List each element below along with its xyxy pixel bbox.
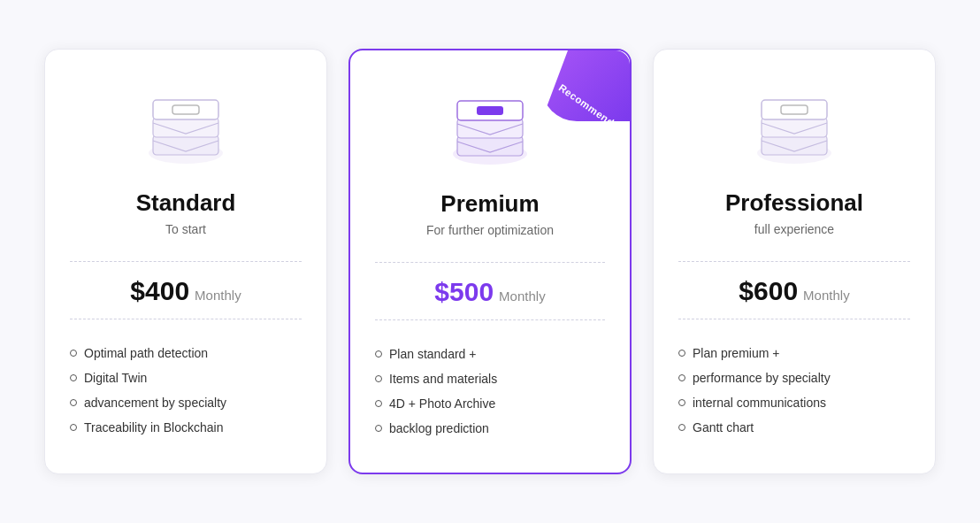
bullet-icon xyxy=(70,374,77,381)
list-item: Items and materials xyxy=(375,366,605,391)
bullet-icon xyxy=(678,424,685,431)
svg-rect-11 xyxy=(762,135,827,155)
list-item: backlog prediction xyxy=(375,416,605,441)
professional-plan-name: Professional xyxy=(725,189,863,217)
list-item: Plan premium + xyxy=(678,341,910,365)
premium-divider-2 xyxy=(375,319,605,320)
svg-rect-2 xyxy=(153,118,218,137)
professional-price-row: $600 Monthly xyxy=(739,276,849,306)
standard-divider-2 xyxy=(70,319,302,319)
premium-plan-desc: For further optimization xyxy=(426,223,554,237)
svg-rect-13 xyxy=(762,100,827,119)
professional-plan-desc: full experience xyxy=(754,222,834,236)
pricing-container: Standard To start $400 Monthly Optimal p… xyxy=(9,22,971,501)
standard-divider-1 xyxy=(70,261,302,262)
bullet-icon xyxy=(70,399,77,406)
bullet-icon xyxy=(678,350,685,357)
premium-price: $500 xyxy=(434,277,494,307)
professional-divider-2 xyxy=(678,319,910,319)
standard-plan-name: Standard xyxy=(136,189,236,217)
list-item: advancement by specialty xyxy=(70,390,302,415)
bullet-icon xyxy=(70,350,77,357)
svg-rect-1 xyxy=(153,135,218,155)
list-item: Optimal path detection xyxy=(70,341,302,365)
list-item: 4D + Photo Archive xyxy=(375,391,605,416)
professional-divider-1 xyxy=(678,261,910,262)
premium-features: Plan standard + Items and materials 4D +… xyxy=(375,342,605,441)
premium-card: Recommended Premium For further optimiza… xyxy=(348,49,632,474)
list-item: Digital Twin xyxy=(70,365,302,390)
standard-card: Standard To start $400 Monthly Optimal p… xyxy=(44,49,327,474)
bullet-icon xyxy=(375,400,382,407)
svg-rect-3 xyxy=(153,100,218,119)
bullet-icon xyxy=(375,375,382,382)
list-item: performance by specialty xyxy=(678,365,910,390)
recommended-label: Recommended xyxy=(557,82,627,135)
svg-rect-9 xyxy=(477,106,503,115)
professional-icon xyxy=(732,78,856,175)
professional-price: $600 xyxy=(739,276,798,306)
bullet-icon xyxy=(70,424,77,431)
premium-price-row: $500 Monthly xyxy=(434,277,545,307)
list-item: internal communications xyxy=(678,390,910,415)
list-item: Plan standard + xyxy=(375,342,605,366)
svg-rect-12 xyxy=(762,118,827,137)
svg-rect-7 xyxy=(457,119,523,138)
bullet-icon xyxy=(678,374,685,381)
standard-price: $400 xyxy=(130,276,189,306)
premium-divider-1 xyxy=(375,262,605,263)
premium-period: Monthly xyxy=(499,288,546,304)
bullet-icon xyxy=(375,350,382,358)
standard-plan-desc: To start xyxy=(165,222,206,236)
list-item: Gantt chart xyxy=(678,415,910,440)
professional-period: Monthly xyxy=(803,288,850,303)
standard-price-row: $400 Monthly xyxy=(130,276,241,306)
standard-period: Monthly xyxy=(195,288,241,303)
standard-icon xyxy=(124,78,248,175)
list-item: Traceability in Blockchain xyxy=(70,415,302,440)
bullet-icon xyxy=(678,399,685,406)
premium-plan-name: Premium xyxy=(440,190,539,218)
svg-rect-6 xyxy=(457,136,523,156)
standard-features: Optimal path detection Digital Twin adva… xyxy=(70,341,302,440)
recommended-badge: Recommended xyxy=(541,50,630,121)
professional-card: Professional full experience $600 Monthl… xyxy=(653,49,936,474)
bullet-icon xyxy=(375,425,382,432)
premium-icon xyxy=(428,79,552,176)
professional-features: Plan premium + performance by specialty … xyxy=(678,341,910,440)
